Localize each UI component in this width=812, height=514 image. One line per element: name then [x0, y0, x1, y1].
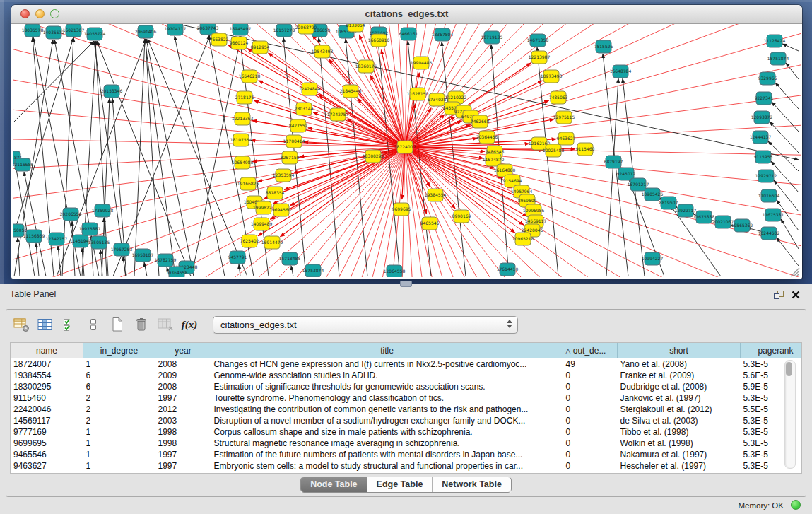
table-cell-year[interactable]: 2012	[155, 404, 211, 415]
zoom-window-icon[interactable]	[50, 9, 59, 18]
graph-node[interactable]: 9860124	[230, 37, 249, 49]
graph-node[interactable]: 12424844	[299, 83, 321, 95]
table-cell-year[interactable]: 1997	[155, 449, 211, 460]
merge-rows-button[interactable]	[84, 316, 102, 333]
graph-node[interactable]: 9115460	[576, 143, 595, 156]
graph-node[interactable]: 2718176	[235, 91, 254, 104]
graph-node[interactable]: 6879197	[604, 156, 623, 168]
table-cell-short[interactable]: Dudbridge et al. (2008)	[618, 381, 741, 392]
graph-node[interactable]: 13505135	[88, 236, 110, 249]
graph-node[interactable]: 17359928	[92, 204, 114, 217]
table-row[interactable]: 1938455462009Genome-wide association stu…	[11, 370, 802, 381]
table-cell-name[interactable]: 22420046	[11, 404, 83, 415]
table-cell-out_degree[interactable]: 0	[563, 449, 618, 460]
graph-node[interactable]: 15751874	[767, 52, 789, 65]
graph-node[interactable]: 12115686	[13, 158, 33, 171]
table-cell-title[interactable]: Embryonic stem cells: a model to study s…	[211, 460, 563, 472]
column-header-pagerank[interactable]: pagerank	[741, 343, 803, 358]
table-cell-name[interactable]: 9699695	[11, 438, 83, 449]
delete-column-button[interactable]	[132, 316, 151, 333]
graph-node[interactable]: 12342757	[46, 233, 68, 245]
select-columns-button[interactable]	[36, 316, 54, 333]
table-cell-in_degree[interactable]: 6	[83, 381, 155, 392]
graph-node[interactable]: 10965218	[512, 233, 534, 245]
graph-node[interactable]: 8878354	[266, 187, 285, 199]
table-cell-short[interactable]: Yano et al. (2008)	[618, 358, 741, 370]
graph-node[interactable]: 19384554	[425, 189, 447, 201]
graph-node[interactable]: 17614410	[497, 263, 519, 276]
graph-node[interactable]: 10654985	[232, 156, 254, 169]
graph-node[interactable]: 22068790	[295, 24, 317, 34]
table-cell-title[interactable]: Estimation of the future numbers of pati…	[211, 449, 563, 460]
graph-node[interactable]: 16958107	[132, 249, 154, 262]
graph-node[interactable]: 19704117	[165, 24, 187, 35]
graph-node[interactable]: 7515526	[594, 40, 613, 53]
column-header-name[interactable]: name	[11, 343, 83, 358]
graph-node[interactable]: 11675331	[763, 209, 784, 221]
graph-node[interactable]: 9115955	[754, 151, 773, 163]
window-titlebar[interactable]: citations_edges.txt	[11, 5, 802, 24]
graph-node[interactable]: 10973493	[541, 70, 563, 83]
table-cell-title[interactable]: Changes of HCN gene expression and I(f) …	[211, 358, 563, 370]
minimize-window-icon[interactable]	[35, 9, 45, 18]
graph-node[interactable]: 6734028	[428, 93, 447, 106]
table-cell-in_degree[interactable]: 2	[83, 404, 155, 415]
table-cell-name[interactable]: 9463627	[11, 460, 83, 472]
graph-node[interactable]: 16546218	[239, 70, 261, 83]
graph-node[interactable]: 10905425	[642, 188, 664, 201]
graph-node[interactable]: 20021067	[712, 216, 734, 228]
graph-node[interactable]: 11675338	[693, 211, 715, 223]
table-cell-in_degree[interactable]: 1	[83, 460, 155, 472]
graph-node[interactable]: 18724007	[394, 141, 416, 153]
graph-node[interactable]: 8990169	[452, 210, 471, 223]
graph-node[interactable]: 9694560	[272, 204, 291, 216]
table-row[interactable]: 969969511998Structural magnetic resonanc…	[11, 438, 802, 449]
column-checklist-button[interactable]	[60, 316, 78, 333]
graph-node[interactable]: 19998222	[253, 201, 275, 214]
graph-node[interactable]: 12975115	[553, 111, 575, 124]
table-cell-out_degree[interactable]: 0	[563, 438, 618, 449]
graph-node[interactable]: 12213363	[232, 112, 254, 125]
graph-node[interactable]: 11156869	[23, 230, 45, 243]
graph-node[interactable]: 7462668	[471, 115, 490, 128]
graph-node[interactable]: 12929717	[675, 204, 697, 217]
graph-node[interactable]: 8912954	[251, 41, 270, 54]
graph-node[interactable]: 14035572	[43, 26, 65, 39]
table-cell-out_degree[interactable]: 0	[563, 426, 618, 438]
graph-node[interactable]: 17342757	[327, 108, 349, 121]
new-column-button[interactable]	[108, 316, 126, 333]
network-desktop[interactable]: citations_edges.txt 1803557814	[0, 0, 812, 284]
table-cell-out_degree[interactable]: 0	[563, 392, 618, 404]
column-header-in_degree[interactable]: in_degree	[83, 343, 155, 358]
tab-node-table[interactable]: Node Table	[301, 477, 366, 492]
graph-node[interactable]: 8427552	[289, 119, 308, 132]
table-cell-name[interactable]: 19384554	[11, 370, 83, 381]
graph-node[interactable]: 9699695	[392, 203, 411, 216]
graph-node[interactable]: 16753874	[302, 264, 324, 277]
graph-node[interactable]: 12353594	[273, 169, 295, 182]
graph-node[interactable]: 10719135	[481, 31, 503, 44]
table-cell-short[interactable]: Wolkin et al. (1998)	[618, 438, 741, 449]
graph-node[interactable]: 16782759	[155, 254, 177, 267]
graph-node[interactable]: 10244502	[758, 227, 780, 240]
table-cell-out_degree[interactable]: 0	[563, 370, 618, 381]
graph-node[interactable]: 12543493	[312, 45, 334, 58]
float-panel-icon[interactable]	[772, 288, 785, 301]
graph-node[interactable]: 9465546	[420, 217, 440, 230]
graph-node[interactable]: 19166825	[237, 177, 259, 190]
column-header-title[interactable]: title	[211, 343, 563, 358]
graph-node[interactable]: 14671358	[527, 34, 549, 47]
graph-node[interactable]: 6466161	[399, 28, 418, 40]
graph-node[interactable]: 19364558	[166, 267, 188, 277]
graph-node[interactable]: 18945497	[230, 24, 252, 35]
network-canvas[interactable]: 1803557814035572160213071405572420691406…	[13, 24, 801, 277]
table-cell-name[interactable]: 9465546	[11, 449, 83, 460]
graph-node[interactable]: 9463627	[557, 132, 576, 145]
graph-node[interactable]: 9329966	[758, 72, 777, 85]
graph-node[interactable]: 7485063	[549, 91, 568, 104]
column-header-short[interactable]: short	[618, 343, 741, 358]
table-scrollbar-thumb[interactable]	[786, 362, 792, 376]
graph-node[interactable]: 8819507	[659, 197, 678, 209]
close-window-icon[interactable]	[20, 9, 30, 18]
graph-node[interactable]: 18300295	[363, 150, 384, 163]
